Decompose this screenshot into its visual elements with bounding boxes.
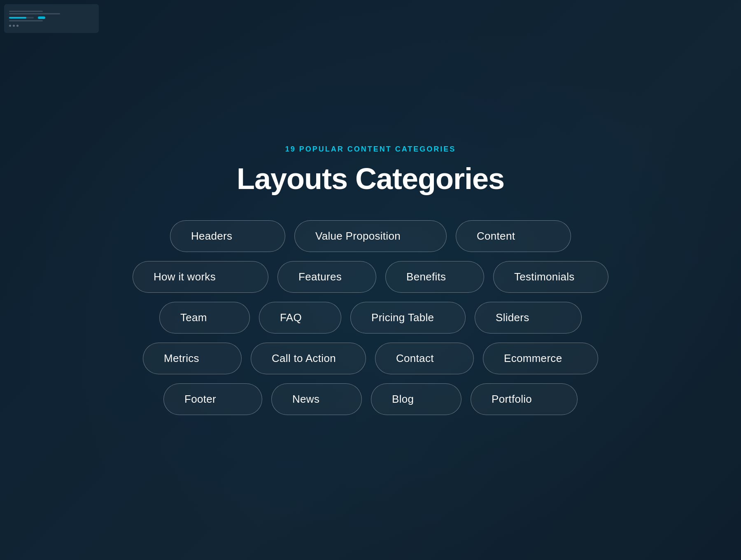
category-badge-content[interactable]: Content xyxy=(456,220,571,252)
category-badge-faq[interactable]: FAQ xyxy=(259,302,341,334)
category-badge-value-proposition[interactable]: Value Proposition xyxy=(294,220,447,252)
category-badge-call-to-action[interactable]: Call to Action xyxy=(251,343,366,374)
category-badge-blog[interactable]: Blog xyxy=(371,383,461,415)
category-badge-sliders[interactable]: Sliders xyxy=(475,302,582,334)
category-row-row1: HeadersValue PropositionContent xyxy=(170,220,571,252)
category-badge-pricing-table[interactable]: Pricing Table xyxy=(350,302,466,334)
category-badge-features[interactable]: Features xyxy=(277,261,376,293)
category-badge-contact[interactable]: Contact xyxy=(375,343,474,374)
category-badge-news[interactable]: News xyxy=(271,383,362,415)
category-row-row5: FooterNewsBlogPortfolio xyxy=(163,383,578,415)
category-badge-testimonials[interactable]: Testimonials xyxy=(493,261,608,293)
category-badge-metrics[interactable]: Metrics xyxy=(143,343,242,374)
section-subtitle: 19 POPULAR CONTENT CATEGORIES xyxy=(285,145,456,154)
category-badge-how-it-works[interactable]: How it works xyxy=(133,261,268,293)
page-title: Layouts Categories xyxy=(237,162,504,196)
category-badge-headers[interactable]: Headers xyxy=(170,220,285,252)
category-badge-benefits[interactable]: Benefits xyxy=(385,261,484,293)
category-badge-team[interactable]: Team xyxy=(159,302,250,334)
main-content: 19 POPULAR CONTENT CATEGORIES Layouts Ca… xyxy=(0,0,741,560)
categories-grid: HeadersValue PropositionContentHow it wo… xyxy=(144,220,597,415)
category-row-row2: How it worksFeaturesBenefitsTestimonials xyxy=(133,261,608,293)
category-badge-portfolio[interactable]: Portfolio xyxy=(471,383,578,415)
category-badge-ecommerce[interactable]: Ecommerce xyxy=(483,343,598,374)
category-row-row4: MetricsCall to ActionContactEcommerce xyxy=(143,343,598,374)
category-row-row3: TeamFAQPricing TableSliders xyxy=(159,302,582,334)
category-badge-footer[interactable]: Footer xyxy=(163,383,262,415)
